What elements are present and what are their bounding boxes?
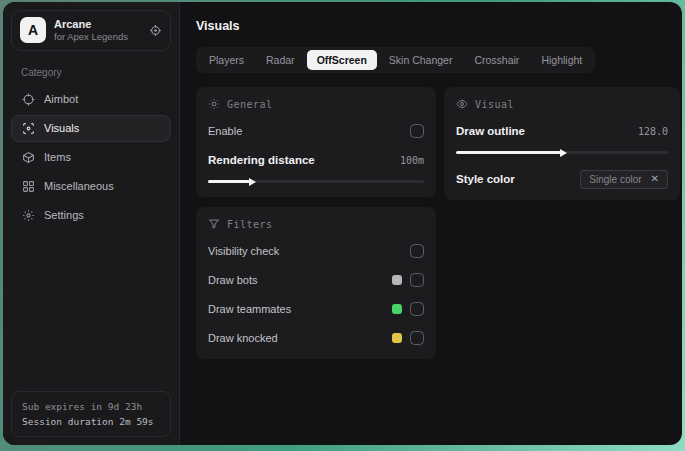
- sidebar-item-label: Miscellaneous: [44, 180, 114, 192]
- app-title-block: Arcane for Apex Legends: [54, 17, 128, 44]
- target-icon[interactable]: [149, 24, 162, 37]
- app-logo: A: [20, 17, 46, 43]
- tab-offscreen[interactable]: OffScreen: [307, 50, 377, 70]
- draw-outline-slider[interactable]: [456, 147, 668, 157]
- clear-icon[interactable]: ✕: [651, 174, 659, 184]
- draw-teammates-color-swatch[interactable]: [392, 304, 402, 314]
- slider-thumb[interactable]: [249, 178, 256, 186]
- rendering-distance-label: Rendering distance: [208, 154, 315, 166]
- grid-icon: [21, 180, 35, 193]
- app-header-card: A Arcane for Apex Legends: [11, 10, 171, 51]
- filter-row: Visibility check: [208, 241, 424, 261]
- visibility-check-checkbox[interactable]: [410, 244, 424, 258]
- draw-bots-label: Draw bots: [208, 274, 258, 286]
- filters-card: Filters Visibility check Draw bots: [196, 207, 436, 359]
- draw-outline-value: 128.0: [638, 126, 668, 137]
- visual-card: Visual Draw outline 128.0 Style color: [444, 87, 680, 200]
- eye-scan-icon: [21, 122, 35, 135]
- sidebar-item-miscellaneous[interactable]: Miscellaneous: [11, 173, 171, 200]
- slider-fill: [208, 180, 251, 183]
- visuals-tabstrip: Players Radar OffScreen Skin Changer Cro…: [196, 47, 595, 73]
- tab-players[interactable]: Players: [199, 50, 254, 70]
- visual-section-label: Visual: [475, 99, 514, 110]
- category-label: Category: [21, 67, 161, 78]
- sidebar-item-label: Aimbot: [44, 93, 78, 105]
- slider-fill: [456, 151, 562, 154]
- filter-row: Draw teammates: [208, 299, 424, 319]
- draw-knocked-label: Draw knocked: [208, 332, 278, 344]
- session-duration-text: Session duration 2m 59s: [22, 414, 160, 429]
- sidebar-item-visuals[interactable]: Visuals: [11, 115, 171, 142]
- sidebar-item-settings[interactable]: Settings: [11, 202, 171, 229]
- sidebar: A Arcane for Apex Legends Category Aimbo…: [3, 2, 180, 445]
- sidebar-item-label: Visuals: [44, 122, 79, 134]
- sidebar-item-aimbot[interactable]: Aimbot: [11, 86, 171, 113]
- subscription-status-card: Sub expires in 9d 23h Session duration 2…: [11, 391, 171, 437]
- main-panel: Visuals Players Radar OffScreen Skin Cha…: [180, 2, 682, 445]
- enable-checkbox[interactable]: [410, 124, 424, 138]
- crosshair-icon: [21, 93, 35, 106]
- tab-radar[interactable]: Radar: [256, 50, 305, 70]
- draw-knocked-color-swatch[interactable]: [392, 333, 402, 343]
- tab-highlight[interactable]: Highlight: [531, 50, 592, 70]
- draw-outline-label: Draw outline: [456, 125, 525, 137]
- style-color-value: Single color: [589, 174, 641, 185]
- filter-row: Draw knocked: [208, 328, 424, 348]
- tab-skin-changer[interactable]: Skin Changer: [379, 50, 463, 70]
- app-subtitle: for Apex Legends: [54, 31, 128, 43]
- page-title: Visuals: [196, 19, 680, 33]
- sun-icon: [208, 98, 220, 110]
- gear-icon: [21, 209, 35, 222]
- eye-icon: [456, 98, 468, 110]
- app-name: Arcane: [54, 17, 128, 31]
- draw-teammates-label: Draw teammates: [208, 303, 291, 315]
- visibility-check-label: Visibility check: [208, 245, 279, 257]
- funnel-icon: [208, 218, 220, 230]
- draw-knocked-checkbox[interactable]: [410, 331, 424, 345]
- sub-expiry-text: Sub expires in 9d 23h: [22, 399, 160, 414]
- slider-thumb[interactable]: [560, 149, 567, 157]
- filter-row: Draw bots: [208, 270, 424, 290]
- style-color-label: Style color: [456, 173, 515, 185]
- filters-section-label: Filters: [227, 219, 273, 230]
- sidebar-item-label: Items: [44, 151, 71, 163]
- general-section-label: General: [227, 99, 273, 110]
- draw-bots-color-swatch[interactable]: [392, 275, 402, 285]
- draw-bots-checkbox[interactable]: [410, 273, 424, 287]
- sidebar-item-label: Settings: [44, 209, 84, 221]
- cube-icon: [21, 151, 35, 164]
- sidebar-item-items[interactable]: Items: [11, 144, 171, 171]
- rendering-distance-value: 100m: [400, 155, 424, 166]
- draw-teammates-checkbox[interactable]: [410, 302, 424, 316]
- general-card: General Enable Rendering distance 100m: [196, 87, 436, 197]
- rendering-distance-slider[interactable]: [208, 176, 424, 186]
- enable-label: Enable: [208, 125, 242, 137]
- tab-crosshair[interactable]: Crosshair: [464, 50, 529, 70]
- app-window: A Arcane for Apex Legends Category Aimbo…: [3, 2, 682, 445]
- style-color-select[interactable]: Single color ✕: [580, 170, 668, 189]
